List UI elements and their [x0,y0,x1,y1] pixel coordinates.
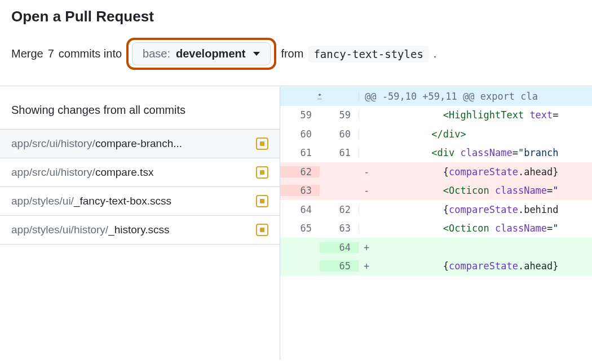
diff-sign: - [359,166,374,177]
diff-line[interactable]: 6462 {compareState.behind [280,200,592,219]
new-line-number: 61 [320,147,359,158]
diff-line[interactable]: 6563 <Octicon className=" [280,219,592,238]
file-row[interactable]: app/styles/ui/_fancy-text-box.scss [0,187,280,216]
old-line-number: 63 [280,185,320,196]
diff-panel: @@ -59,10 +59,11 @@ export cla 5959 <Hig… [280,87,592,360]
file-row[interactable]: app/styles/ui/history/_history.scss [0,216,280,245]
from-word: from [281,47,303,60]
diff-line[interactable]: 64+ [280,238,592,257]
commits-word: commits into [59,47,122,60]
content-area: Showing changes from all commits app/src… [0,86,592,360]
old-line-number: 64 [280,204,320,215]
code-content: <div className="branch [374,147,559,158]
code-content: <HighlightText text= [374,109,559,121]
page-title: Open a Pull Request [11,8,581,25]
base-highlight-ring: base: development [126,38,276,70]
old-line-number: 62 [280,166,320,177]
file-path: app/styles/ui/history/_history.scss [11,224,170,236]
new-line-number: 63 [320,223,359,234]
base-label: base: [143,47,170,60]
diff-line[interactable]: 6060 </div> [280,125,592,144]
diff-line[interactable]: 5959 <HighlightText text= [280,106,592,125]
old-line-number: 60 [280,128,320,140]
expand-hunk-icon[interactable] [280,92,359,101]
base-value: development [176,47,245,60]
code-content: {compareState.ahead} [374,166,559,177]
code-content: <Octicon className=" [374,185,559,196]
diff-sign: + [359,242,374,253]
diff-sign: + [359,260,374,272]
new-line-number: 60 [320,128,359,140]
code-content: {compareState.behind [374,204,559,215]
diff-line[interactable]: 6161 <div className="branch [280,144,592,163]
code-content: </div> [374,128,466,140]
file-row[interactable]: app/src/ui/history/compare.tsx [0,158,280,187]
diff-sign: - [359,185,374,196]
file-path: app/src/ui/history/compare.tsx [11,166,153,179]
files-panel-header: Showing changes from all commits [0,87,280,130]
caret-down-icon [253,52,260,56]
modified-status-icon [256,224,268,236]
commit-count: 7 [48,47,54,60]
file-path: app/src/ui/history/compare-branch... [11,137,182,150]
new-line-number: 65 [320,260,359,272]
sentence-period: . [434,47,437,60]
new-line-number: 62 [320,204,359,215]
header: Open a Pull Request Merge 7 commits into… [0,0,592,70]
old-line-number: 61 [280,147,320,158]
hunk-header-text: @@ -59,10 +59,11 @@ export cla [359,91,538,102]
modified-status-icon [256,195,268,207]
old-line-number: 65 [280,223,320,234]
file-row[interactable]: app/src/ui/history/compare-branch... [0,130,280,158]
diff-line[interactable]: 65+ {compareState.ahead} [280,257,592,276]
base-branch-selector[interactable]: base: development [132,42,271,65]
modified-status-icon [256,137,268,150]
source-branch-chip: fancy-text-styles [308,46,428,63]
diff-line[interactable]: 62- {compareState.ahead} [280,162,592,181]
merge-sentence: Merge 7 commits into base: development f… [11,38,581,70]
code-content: {compareState.ahead} [374,260,559,272]
files-panel: Showing changes from all commits app/src… [0,87,280,360]
new-line-number: 64 [320,242,359,253]
diff-lines: 5959 <HighlightText text=6060 </div>6161… [280,106,592,276]
diff-line[interactable]: 63- <Octicon className=" [280,181,592,201]
file-list: app/src/ui/history/compare-branch...app/… [0,130,280,245]
hunk-header-row[interactable]: @@ -59,10 +59,11 @@ export cla [280,87,592,106]
modified-status-icon [256,166,268,179]
code-content: <Octicon className=" [374,223,559,234]
file-path: app/styles/ui/_fancy-text-box.scss [11,195,171,207]
old-line-number: 59 [280,109,320,121]
merge-prefix: Merge [11,47,43,60]
new-line-number: 59 [320,109,359,121]
